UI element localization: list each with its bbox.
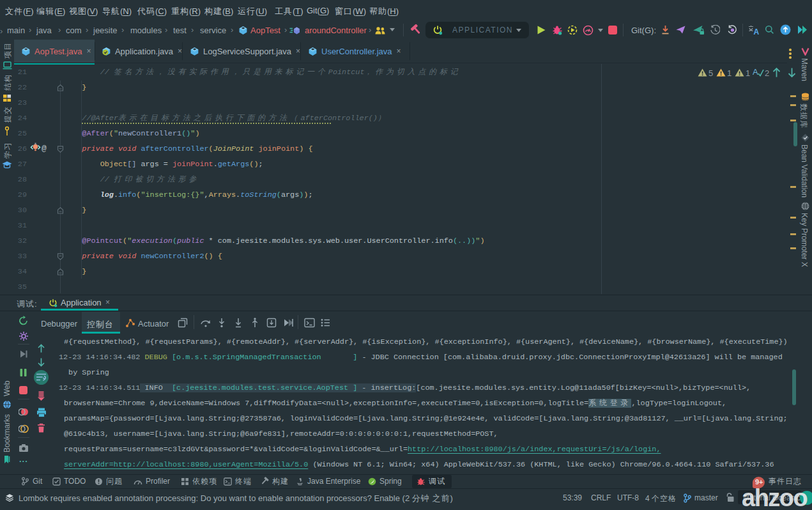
svg-text:A: A (754, 27, 760, 36)
